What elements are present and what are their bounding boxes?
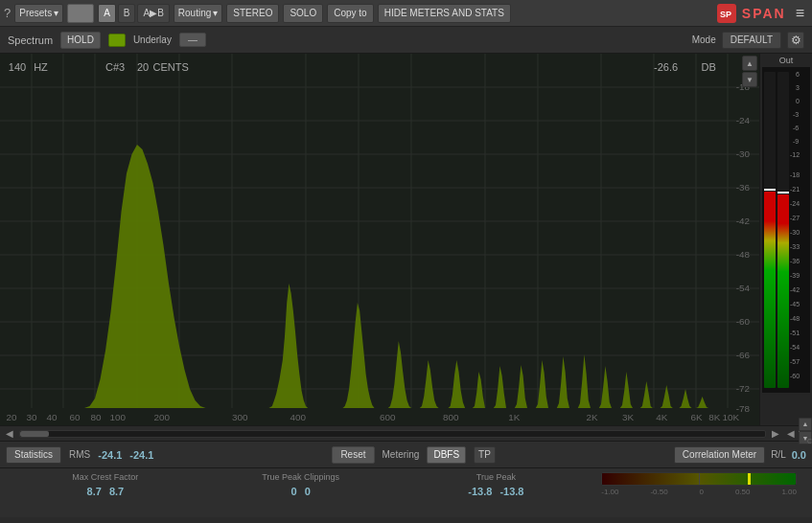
svg-text:HZ: HZ: [34, 61, 48, 72]
copyto-button[interactable]: Copy to: [327, 4, 373, 23]
correlation-bar-track: [601, 472, 797, 486]
top-toolbar: ? Presets ▾ A B A▶B Routing ▾ STEREO SOL…: [0, 0, 812, 27]
max-crest-val1: 8.7: [87, 486, 102, 497]
c-label: C: [807, 438, 812, 444]
routing-dropdown[interactable]: Routing ▾: [174, 4, 222, 23]
underlay-dash-button[interactable]: —: [179, 33, 206, 47]
true-peak-values: -13.8 -13.8: [468, 486, 523, 497]
hide-meters-button[interactable]: HIDE METERS AND STATS: [378, 4, 511, 23]
dbfs-button[interactable]: DBFS: [427, 446, 466, 464]
tp-button[interactable]: TP: [474, 446, 496, 464]
svg-text:-48: -48: [790, 315, 800, 322]
max-crest-label: Max Crest Factor: [72, 472, 138, 482]
svg-rect-109: [777, 194, 789, 388]
scroll-left-arrow[interactable]: ◀: [4, 428, 15, 439]
true-peak-clip-val2: 0: [305, 486, 311, 497]
rms-val1: -24.1: [98, 449, 122, 461]
svg-text:0: 0: [796, 98, 800, 104]
svg-text:SP: SP: [720, 10, 731, 19]
true-peak-label: True Peak: [476, 472, 516, 482]
true-peak-clip-values: 0 0: [291, 486, 311, 497]
svg-text:-6: -6: [793, 125, 799, 131]
svg-text:100: 100: [109, 412, 126, 421]
svg-text:-24: -24: [790, 200, 800, 207]
svg-text:DB: DB: [702, 61, 716, 72]
true-peak-val1: -13.8: [468, 486, 492, 497]
spectrum-label: Spectrum: [8, 34, 53, 46]
svg-text:20: 20: [137, 61, 149, 72]
svg-text:3K: 3K: [622, 412, 635, 421]
scroll-controls: ▲ ▼: [742, 56, 757, 87]
svg-text:-42: -42: [790, 286, 800, 293]
underlay-label: Underlay: [133, 34, 172, 45]
svg-text:-9: -9: [793, 138, 799, 145]
metering-label: Metering: [383, 449, 420, 460]
stereo-button[interactable]: STEREO: [226, 4, 279, 23]
svg-text:-30: -30: [790, 229, 800, 236]
svg-rect-107: [764, 189, 776, 191]
b-button[interactable]: B: [118, 4, 136, 23]
a-button[interactable]: A: [98, 4, 116, 23]
svg-text:-57: -57: [790, 358, 800, 365]
svg-text:140: 140: [9, 61, 27, 72]
svg-text:-33: -33: [790, 243, 800, 250]
statistics-tab[interactable]: Statistics: [6, 446, 61, 464]
spectrum-grid: -18 -24 -30 -36 -42 -48 -54 -60 -66 -72 …: [0, 54, 759, 425]
routing-label: Routing: [178, 8, 211, 18]
svg-text:400: 400: [290, 412, 307, 421]
vu-meter-svg: 6 3 0 -3 -6 -9 -12 -18 -21 -24 -27 -30 -…: [762, 67, 810, 393]
true-peak-clip-label: True Peak Clippings: [262, 472, 339, 482]
spectrum-header: Spectrum HOLD Underlay — Mode DEFAULT ⚙: [0, 27, 812, 54]
true-peak-val2: -13.8: [499, 486, 523, 497]
presets-label: Presets: [19, 8, 52, 18]
svg-text:600: 600: [380, 412, 396, 421]
svg-text:-21: -21: [790, 186, 800, 193]
solo-button[interactable]: SOLO: [283, 4, 323, 23]
svg-text:800: 800: [443, 412, 459, 421]
correlation-tab[interactable]: Correlation Meter: [674, 446, 765, 464]
mode-button[interactable]: DEFAULT: [722, 32, 781, 49]
true-peak-clip-block: True Peak Clippings 0 0: [203, 472, 399, 497]
ab-button[interactable]: A▶B: [137, 4, 169, 23]
vu-nav-left[interactable]: ◀: [785, 428, 797, 439]
scroll-down-button[interactable]: ▼: [742, 72, 757, 87]
mode-area: Mode DEFAULT ⚙: [692, 32, 804, 49]
corr-label-mid-pos: 0.50: [735, 488, 751, 496]
color-swatch[interactable]: [67, 4, 94, 23]
svg-text:4K: 4K: [656, 412, 668, 421]
hold-button[interactable]: HOLD: [60, 32, 101, 49]
svg-text:30: 30: [27, 412, 37, 421]
svg-text:-3: -3: [793, 111, 799, 118]
scroll-thumb[interactable]: [20, 431, 49, 437]
app-name: SPAN: [742, 6, 786, 21]
svg-text:6K: 6K: [691, 412, 704, 421]
spectrum-canvas[interactable]: -18 -24 -30 -36 -42 -48 -54 -60 -66 -72 …: [0, 54, 759, 425]
correlation-section: Correlation Meter R/L 0.0: [674, 446, 806, 464]
scroll-up-button[interactable]: ▲: [742, 56, 757, 71]
true-peak-clip-val1: 0: [291, 486, 297, 497]
svg-text:-45: -45: [790, 301, 800, 307]
svg-text:-72: -72: [736, 383, 750, 393]
corr-label-mid-neg: -0.50: [650, 488, 667, 496]
svg-text:200: 200: [154, 412, 171, 421]
scroll-right-arrow[interactable]: ▶: [770, 428, 781, 439]
reset-button[interactable]: Reset: [332, 446, 374, 464]
scroll-track[interactable]: [19, 430, 766, 438]
out-label: Out: [779, 56, 794, 65]
help-icon[interactable]: ?: [4, 6, 11, 20]
svg-text:-18: -18: [790, 171, 800, 178]
right-panel: Out 6 3 0 -3 -6 -9 -12 -18 -21 -24 -27 -…: [759, 54, 812, 425]
presets-dropdown[interactable]: Presets ▾: [14, 4, 63, 23]
svg-text:-42: -42: [736, 216, 750, 225]
menu-button[interactable]: ≡: [792, 5, 808, 22]
spectrum-led[interactable]: [108, 34, 126, 47]
vu-scroll-up[interactable]: ▲: [799, 418, 812, 431]
scroll-area: ◀ ▶ ◀ ▶: [0, 425, 812, 441]
span-logo-icon: SP: [717, 4, 736, 23]
stats-row: Statistics RMS -24.1 -24.1 Reset Meterin…: [0, 442, 812, 468]
svg-text:80: 80: [91, 412, 102, 421]
svg-text:C#3: C#3: [105, 61, 125, 72]
svg-text:-30: -30: [736, 148, 750, 158]
max-crest-val2: 8.7: [109, 486, 124, 497]
settings-button[interactable]: ⚙: [787, 32, 804, 49]
